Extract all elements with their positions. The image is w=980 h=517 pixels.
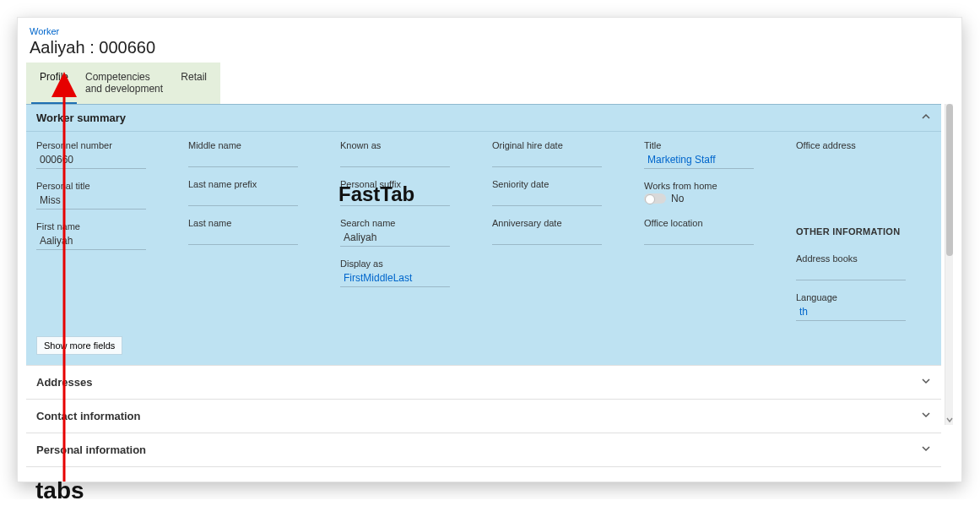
field-anniversary: Anniversary date [492, 218, 627, 245]
fasttab-personal-title: Personal information [36, 444, 146, 456]
field-first-name: First name Aaliyah [36, 221, 171, 250]
fasttab-contact-information[interactable]: Contact information [26, 399, 941, 433]
show-more-fields-button[interactable]: Show more fields [36, 336, 122, 355]
fasttab-header-worker-summary[interactable]: Worker summary [26, 105, 941, 132]
input-personnel-number[interactable]: 000660 [36, 152, 146, 169]
field-office-location: Office location [644, 218, 779, 245]
field-title: Title Marketing Staff [644, 140, 779, 169]
field-original-hire: Original hire date [492, 140, 627, 167]
input-seniority[interactable] [492, 191, 602, 206]
field-last-name-prefix: Last name prefix [188, 179, 323, 206]
field-middle-name: Middle name [188, 140, 323, 167]
field-display-as: Display as FirstMiddleLast [340, 258, 475, 287]
label-last-name-prefix: Last name prefix [188, 179, 323, 189]
fasttab-contact-title: Contact information [36, 410, 141, 422]
fasttab-personal-information[interactable]: Personal information [26, 433, 941, 466]
label-search-name: Search name [340, 218, 475, 228]
field-office-address: Office address [796, 140, 931, 211]
label-personal-title: Personal title [36, 181, 171, 191]
breadcrumb[interactable]: Worker [18, 26, 961, 36]
page-title: Aaliyah : 000660 [18, 36, 961, 63]
worker-form: Worker Aaliyah : 000660 Profile Competen… [17, 17, 962, 482]
field-works-from-home: Works from home No [644, 181, 779, 206]
scrollbar-vertical[interactable] [945, 104, 953, 425]
label-first-name: First name [36, 221, 171, 231]
label-title: Title [644, 140, 779, 150]
chevron-down-icon [921, 444, 931, 456]
field-seniority: Seniority date [492, 179, 627, 206]
input-language[interactable]: th [796, 304, 906, 321]
tab-competencies[interactable]: Competencies and development [77, 63, 172, 104]
field-language: Language th [796, 292, 931, 321]
toggle-pill-icon [644, 193, 666, 204]
chevron-down-icon [921, 376, 931, 389]
scrollbar-down-icon[interactable] [945, 415, 954, 425]
label-address-books: Address books [796, 253, 931, 264]
field-last-name: Last name [188, 218, 323, 245]
input-last-name[interactable] [188, 230, 298, 245]
input-search-name[interactable]: Aaliyah [340, 230, 450, 247]
label-anniversary: Anniversary date [492, 218, 627, 228]
input-middle-name[interactable] [188, 152, 298, 167]
input-first-name[interactable]: Aaliyah [36, 233, 146, 250]
fasttab-worker-summary: Worker summary Personnel number 000660 [26, 104, 941, 365]
input-display-as[interactable]: FirstMiddleLast [340, 270, 450, 287]
tab-retail[interactable]: Retail [172, 63, 215, 104]
tab-profile[interactable]: Profile [31, 63, 77, 104]
input-known-as[interactable] [340, 152, 450, 167]
input-address-books[interactable] [796, 265, 906, 280]
label-office-location: Office location [644, 218, 779, 228]
field-personal-title: Personal title Miss [36, 181, 171, 210]
toggle-value: No [671, 193, 684, 204]
input-last-name-prefix[interactable] [188, 191, 298, 206]
annotation-tabs-label: tabs [35, 477, 84, 499]
chevron-up-icon [921, 112, 931, 124]
field-address-books: Address books [796, 253, 931, 280]
input-anniversary[interactable] [492, 230, 602, 245]
label-personnel-number: Personnel number [36, 140, 171, 150]
input-title[interactable]: Marketing Staff [644, 152, 754, 169]
fasttab-peek[interactable] [26, 466, 941, 482]
scrollbar-thumb[interactable] [946, 104, 953, 256]
label-office-address: Office address [796, 140, 931, 150]
fasttab-addresses[interactable]: Addresses [26, 365, 941, 399]
tabstrip: Profile Competencies and development Ret… [26, 63, 220, 104]
label-known-as: Known as [340, 140, 475, 150]
input-personal-title[interactable]: Miss [36, 193, 146, 210]
input-office-location[interactable] [644, 230, 754, 245]
toggle-works-from-home[interactable]: No [644, 193, 684, 204]
field-known-as: Known as [340, 140, 475, 167]
label-seniority: Seniority date [492, 179, 627, 189]
label-language: Language [796, 292, 931, 302]
field-search-name: Search name Aaliyah [340, 218, 475, 247]
fasttab-title: Worker summary [36, 112, 126, 124]
field-personnel-number: Personnel number 000660 [36, 140, 171, 169]
fasttab-addresses-title: Addresses [36, 376, 92, 389]
label-original-hire: Original hire date [492, 140, 627, 150]
label-last-name: Last name [188, 218, 323, 228]
input-original-hire[interactable] [492, 152, 602, 167]
label-middle-name: Middle name [188, 140, 323, 150]
heading-other-information: OTHER INFORMATION [796, 226, 931, 237]
label-display-as: Display as [340, 258, 475, 269]
chevron-down-icon [921, 410, 931, 422]
label-works-from-home: Works from home [644, 181, 779, 191]
annotation-fasttab-label: FastTab [338, 182, 414, 206]
